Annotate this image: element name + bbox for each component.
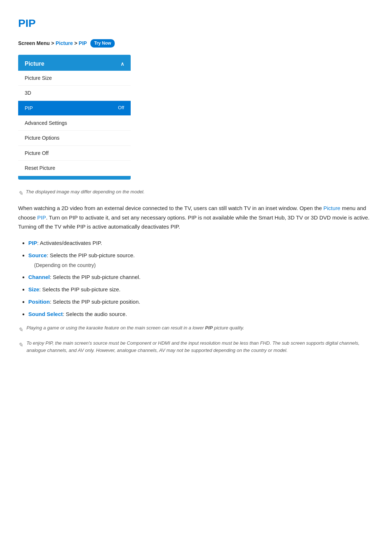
source-label-link[interactable]: Source (28, 252, 47, 258)
sound-select-label-link[interactable]: Sound Select (28, 311, 63, 317)
note1-pip-link: PIP (205, 325, 213, 331)
image-note-row: ✎ The displayed image may differ dependi… (18, 188, 374, 198)
body-paragraph: When watching a 2D video from an externa… (18, 204, 374, 231)
menu-item-pip[interactable]: PIP Off (18, 101, 131, 116)
breadcrumb: Screen Menu > Picture > PIP Try Now (18, 39, 374, 48)
menu-item-label: Advanced Settings (25, 119, 67, 127)
breadcrumb-pip-link[interactable]: PIP (79, 39, 87, 47)
note1-block: ✎ Playing a game or using the karaoke fe… (18, 324, 374, 335)
channel-label-link[interactable]: Channel (28, 274, 50, 280)
menu-item-advanced-settings[interactable]: Advanced Settings (18, 116, 131, 131)
menu-item-picture-size[interactable]: Picture Size (18, 71, 131, 86)
feature-list: PIP: Activates/deactivates PIP. Source: … (28, 239, 374, 319)
breadcrumb-sep1: > (74, 39, 77, 47)
note1-text: Playing a game or using the karaoke feat… (26, 324, 244, 332)
try-now-badge[interactable]: Try Now (90, 39, 115, 48)
breadcrumb-picture-link[interactable]: Picture (56, 39, 73, 47)
menu-item-label: 3D (25, 89, 31, 97)
menu-item-label: Picture Off (25, 149, 49, 157)
position-desc: : Selects the PIP sub-picture position. (50, 299, 140, 305)
menu-item-label: PIP (25, 104, 33, 112)
menu-item-pip-value: Off (118, 104, 124, 112)
pip-label-link[interactable]: PIP (28, 240, 37, 246)
menu-item-picture-off[interactable]: Picture Off (18, 146, 131, 161)
pip-desc: : Activates/deactivates PIP. (37, 240, 102, 246)
list-item-size: Size: Selects the PIP sub-picture size. (28, 285, 374, 294)
size-label-link[interactable]: Size (28, 286, 39, 292)
list-item-position: Position: Selects the PIP sub-picture po… (28, 297, 374, 306)
note2-block: ✎ To enjoy PIP, the main screen's source… (18, 340, 374, 355)
source-sub-note: (Depending on the country) (28, 261, 374, 269)
size-desc: : Selects the PIP sub-picture size. (39, 286, 121, 292)
menu-item-picture-options[interactable]: Picture Options (18, 131, 131, 145)
pencil-icon-2: ✎ (18, 325, 23, 335)
list-item-sound-select: Sound Select: Selects the audio source. (28, 310, 374, 319)
source-desc: : Selects the PIP sub-picture source. (47, 252, 135, 258)
list-item-source: Source: Selects the PIP sub-picture sour… (28, 251, 374, 269)
pencil-icon-3: ✎ (18, 340, 23, 350)
list-item-channel: Channel: Selects the PIP sub-picture cha… (28, 273, 374, 282)
menu-header: Picture ∧ (18, 55, 131, 71)
menu-item-3d[interactable]: 3D (18, 86, 131, 100)
picture-menu: Picture ∧ Picture Size 3D PIP Off Advanc… (18, 55, 131, 179)
page-title: PIP (18, 15, 374, 32)
pencil-icon: ✎ (18, 189, 23, 198)
list-item-pip: PIP: Activates/deactivates PIP. (28, 239, 374, 247)
note2-text: To enjoy PIP, the main screen's source m… (26, 340, 374, 355)
menu-item-label: Picture Size (25, 74, 52, 82)
breadcrumb-prefix: Screen Menu > (18, 39, 54, 47)
menu-header-label: Picture (25, 59, 44, 69)
body-picture-link[interactable]: Picture (323, 205, 340, 211)
image-note-text: The displayed image may differ depending… (26, 188, 144, 196)
body-pip-link[interactable]: PIP (37, 214, 46, 221)
sound-select-desc: : Selects the audio source. (63, 311, 127, 317)
menu-item-label: Picture Options (25, 134, 60, 142)
chevron-up-icon: ∧ (121, 60, 124, 68)
menu-item-label: Reset Picture (25, 164, 55, 172)
position-label-link[interactable]: Position (28, 299, 50, 305)
channel-desc: : Selects the PIP sub-picture channel. (50, 274, 140, 280)
menu-item-reset-picture[interactable]: Reset Picture (18, 161, 131, 176)
